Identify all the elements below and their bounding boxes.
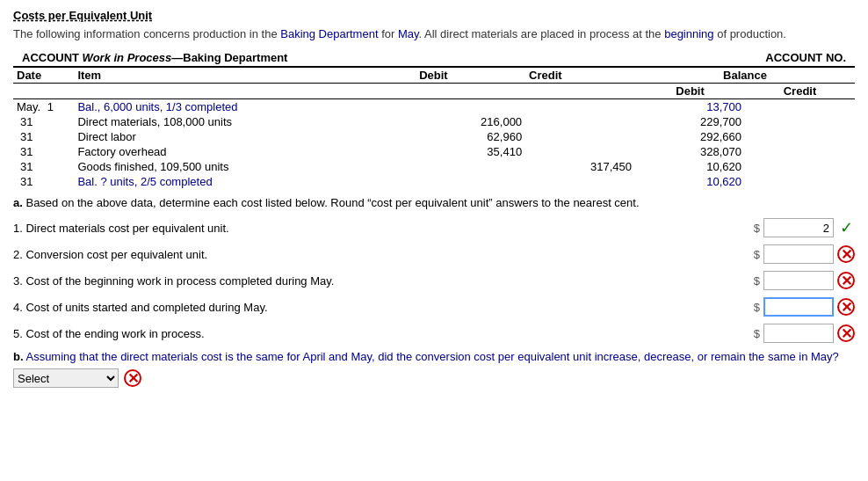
cell-bal-debit: 10,620 [635,174,745,189]
cell-date: 31 [13,129,74,144]
check-icon: ✓ [837,219,855,237]
cell-date: 31 [13,174,74,189]
cell-bal-debit: 10,620 [635,159,745,174]
table-row: 31 Direct labor 62,960 292,660 [13,129,855,144]
select-row: Selectincreasedecreaseremain the same ✕ [13,368,855,388]
cell-credit: 317,450 [525,159,635,174]
x-icon: ✕ [837,298,855,316]
table-row: 31 Goods finished, 109,500 units 317,450… [13,159,855,174]
cell-bal-credit [745,114,855,129]
answer-input-3[interactable] [763,271,834,290]
question-label-3: 3. Cost of the beginning work in process… [13,274,714,288]
cell-bal-debit: 13,700 [635,99,745,115]
question-row-1: 1. Direct materials cost per equivalent … [13,218,855,237]
answer-input-4[interactable] [763,297,834,317]
col-header-item: Item [74,67,416,84]
question-label-5: 5. Cost of the ending work in process. [13,327,714,340]
cell-bal-debit: 328,070 [635,144,745,159]
cell-debit: 216,000 [416,114,525,129]
cell-bal-credit [745,159,855,174]
select-error-icon: ✕ [124,369,141,387]
col-header-credit: Credit [525,67,635,84]
question-row-3: 3. Cost of the beginning work in process… [13,271,855,290]
cell-date: 31 [13,144,74,159]
answer-input-2[interactable] [763,244,834,264]
cell-debit [416,159,525,174]
answer-area-5: $ ✕ [714,324,855,343]
cell-credit [525,174,635,189]
cell-item: Direct labor [74,129,416,144]
questions-section: 1. Direct materials cost per equivalent … [13,218,855,343]
cell-debit: 62,960 [416,129,525,144]
table-row: 31 Factory overhead 35,410 328,070 [13,144,855,159]
col-header-balance: Balance [635,67,855,84]
cell-credit [525,114,635,129]
answer-input-5[interactable] [763,324,834,343]
intro-text: The following information concerns produ… [13,27,855,40]
note-a: a. Based on the above data, determine ea… [13,196,855,209]
cell-bal-debit: 229,700 [635,114,745,129]
question-label-1: 1. Direct materials cost per equivalent … [13,222,714,235]
answer-area-1: $ ✓ [714,218,855,237]
answer-input-1[interactable] [763,218,834,237]
question-row-5: 5. Cost of the ending work in process. $… [13,324,855,343]
account-title: ACCOUNT Work in Process—Baking Departmen… [22,51,287,64]
question-row-4: 4. Cost of units started and completed d… [13,297,855,317]
col-header-date: Date [13,67,74,84]
answer-area-3: $ ✕ [714,271,855,290]
cell-bal-credit [745,174,855,189]
cell-credit [525,129,635,144]
cell-date: May. 1 [13,99,74,115]
cell-bal-credit [745,144,855,159]
table-row: 31 Direct materials, 108,000 units 216,0… [13,114,855,129]
cell-debit: 35,410 [416,144,525,159]
table-row: 31 Bal. ? units, 2/5 completed 10,620 [13,174,855,189]
cell-item: Factory overhead [74,144,416,159]
cell-item: Goods finished, 109,500 units [74,159,416,174]
cell-item: Bal., 6,000 units, 1/3 completed [74,99,416,115]
answer-select[interactable]: Selectincreasedecreaseremain the same [13,368,119,388]
cell-date: 31 [13,159,74,174]
x-icon: ✕ [837,272,855,289]
table-row: May. 1 Bal., 6,000 units, 1/3 completed … [13,99,855,115]
account-number-label: ACCOUNT NO. [765,51,846,64]
cell-date: 31 [13,114,74,129]
col-header-debit: Debit [416,67,525,84]
col-header-bal-debit: Debit [635,84,745,99]
answer-area-4: $ ✕ [714,297,855,317]
ledger-table: Date Item Debit Credit Balance Debit Cre… [13,66,855,189]
cell-bal-credit [745,99,855,115]
x-icon: ✕ [837,324,855,342]
cell-credit [525,99,635,115]
answer-area-2: $ ✕ [714,244,855,264]
cell-item: Direct materials, 108,000 units [74,114,416,129]
cell-bal-debit: 292,660 [635,129,745,144]
cell-debit [416,99,525,115]
x-icon: ✕ [837,245,855,263]
note-b: b. Assuming that the direct materials co… [13,350,855,363]
cell-bal-credit [745,129,855,144]
cell-item: Bal. ? units, 2/5 completed [74,174,416,189]
question-row-2: 2. Conversion cost per equivalent unit. … [13,244,855,264]
question-label-4: 4. Cost of units started and completed d… [13,301,714,314]
cell-debit [416,174,525,189]
cell-credit [525,144,635,159]
question-label-2: 2. Conversion cost per equivalent unit. [13,248,714,261]
page-title: Costs per Equivalent Unit [13,9,855,22]
col-header-bal-credit: Credit [745,84,855,99]
